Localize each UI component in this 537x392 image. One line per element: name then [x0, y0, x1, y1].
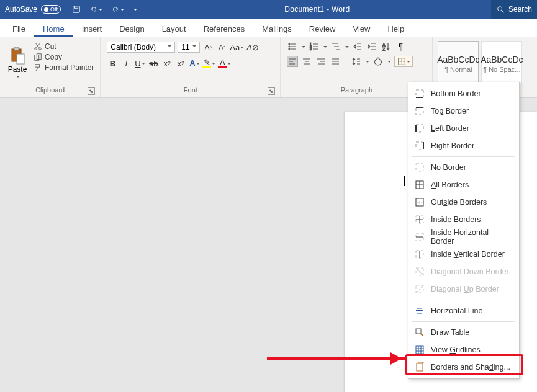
- justify-icon: [330, 56, 340, 66]
- borders-shading-icon: [415, 362, 425, 372]
- svg-point-13: [289, 48, 290, 50]
- bullets-button[interactable]: [287, 41, 298, 52]
- svg-rect-4: [14, 47, 19, 50]
- border-left-icon: [415, 123, 425, 133]
- paste-button[interactable]: Paste: [4, 40, 31, 86]
- tab-home[interactable]: Home: [34, 20, 73, 37]
- menu-inside-borders[interactable]: Inside Borders: [408, 211, 519, 228]
- strikethrough-button[interactable]: ab: [148, 57, 159, 69]
- menu-right-border[interactable]: Right Border: [408, 137, 519, 154]
- font-size-combo[interactable]: 11: [178, 42, 200, 53]
- borders-button[interactable]: [394, 56, 413, 67]
- undo-button[interactable]: [89, 5, 102, 14]
- menu-horizontal-line[interactable]: Horizontal Line: [408, 302, 519, 319]
- qat-customize-icon[interactable]: [133, 9, 137, 12]
- bold-button[interactable]: B: [107, 57, 118, 69]
- search-box[interactable]: Search: [491, 0, 537, 19]
- align-center-icon: [302, 56, 312, 66]
- tab-mailings[interactable]: Mailings: [253, 20, 300, 37]
- svg-rect-22: [416, 125, 423, 132]
- line-spacing-icon: [351, 56, 361, 66]
- svg-rect-0: [73, 6, 80, 13]
- group-font: Calibri (Body) 11 A^ Aˇ Aa A⊘ B I U ab x…: [101, 37, 281, 97]
- style-no-spacing[interactable]: AaBbCcDc ¶ No Spac...: [481, 41, 522, 85]
- font-family-combo[interactable]: Calibri (Body): [107, 42, 175, 53]
- menu-draw-table[interactable]: Draw Table: [408, 324, 519, 341]
- draw-table-icon: [415, 327, 425, 337]
- menu-no-border[interactable]: No Border: [408, 159, 519, 176]
- autosave-toggle[interactable]: AutoSave Off: [0, 5, 66, 14]
- clipboard-launcher-icon[interactable]: ⬊: [88, 87, 95, 95]
- align-left-button[interactable]: [287, 56, 298, 67]
- clear-formatting-button[interactable]: A⊘: [246, 41, 259, 53]
- line-spacing-button[interactable]: [351, 56, 362, 67]
- tab-insert[interactable]: Insert: [73, 20, 111, 37]
- menu-inside-horizontal-border[interactable]: Inside Horizontal Border: [408, 228, 519, 246]
- tab-design[interactable]: Design: [111, 20, 153, 37]
- font-launcher-icon[interactable]: ⬊: [268, 87, 275, 95]
- border-outside-icon: [415, 197, 425, 207]
- tab-references[interactable]: References: [195, 20, 253, 37]
- menu-inside-vertical-border[interactable]: Inside Vertical Border: [408, 246, 519, 263]
- cut-button[interactable]: Cut: [34, 42, 94, 51]
- font-color-button[interactable]: A: [218, 57, 231, 69]
- format-painter-icon: [34, 63, 42, 72]
- change-case-button[interactable]: Aa: [230, 41, 244, 53]
- shading-button[interactable]: [372, 56, 384, 67]
- border-bottom-icon: [415, 89, 425, 99]
- increase-indent-button[interactable]: [366, 41, 377, 52]
- shading-icon: [373, 56, 383, 66]
- decrease-indent-button[interactable]: [352, 41, 363, 52]
- tab-review[interactable]: Review: [300, 20, 345, 37]
- multilevel-list-button[interactable]: [330, 41, 341, 52]
- paste-icon: [9, 47, 25, 65]
- svg-rect-24: [416, 164, 423, 171]
- menu-borders-and-shading[interactable]: Borders and Shading...: [408, 359, 519, 376]
- autosave-label: AutoSave: [5, 5, 37, 14]
- border-diag-up-icon: [415, 284, 425, 294]
- svg-rect-32: [416, 329, 421, 334]
- redo-button[interactable]: [111, 5, 124, 14]
- format-painter-button[interactable]: Format Painter: [34, 63, 94, 72]
- tab-help[interactable]: Help: [379, 20, 413, 37]
- multilevel-icon: [331, 42, 341, 51]
- text-cursor: [404, 176, 405, 186]
- borders-icon: [397, 57, 406, 66]
- search-icon: [496, 5, 505, 14]
- menu-all-borders[interactable]: All Borders: [408, 176, 519, 194]
- menu-view-gridlines[interactable]: View Gridlines: [408, 341, 519, 359]
- border-none-icon: [415, 163, 425, 172]
- align-right-icon: [316, 56, 326, 66]
- align-left-icon: [287, 56, 297, 66]
- copy-button[interactable]: Copy: [34, 53, 94, 61]
- svg-text:Z: Z: [382, 47, 386, 51]
- callout-arrow: [267, 357, 407, 360]
- align-right-button[interactable]: [315, 56, 327, 67]
- numbering-button[interactable]: 123: [309, 41, 320, 52]
- underline-button[interactable]: U: [134, 57, 145, 69]
- svg-rect-34: [417, 363, 423, 371]
- justify-button[interactable]: [330, 56, 341, 67]
- tab-layout[interactable]: Layout: [153, 20, 195, 37]
- menu-outside-borders[interactable]: Outside Borders: [408, 194, 519, 211]
- subscript-button[interactable]: x2: [161, 57, 173, 69]
- italic-button[interactable]: I: [120, 57, 132, 69]
- save-icon[interactable]: [72, 5, 81, 14]
- align-center-button[interactable]: [301, 56, 312, 67]
- menu-left-border[interactable]: Left Border: [408, 120, 519, 137]
- bullets-icon: [287, 42, 297, 51]
- indent-icon: [367, 42, 377, 51]
- menu-top-border[interactable]: Top Border: [408, 102, 519, 120]
- menu-bottom-border[interactable]: Bottom Border: [408, 85, 519, 102]
- highlight-button[interactable]: ✎: [202, 57, 215, 69]
- tab-view[interactable]: View: [344, 20, 379, 37]
- text-effects-button[interactable]: A: [189, 57, 200, 69]
- increase-font-button[interactable]: A^: [202, 41, 214, 53]
- sort-button[interactable]: AZ: [381, 41, 392, 52]
- style-normal[interactable]: AaBbCcDc ¶ Normal: [438, 41, 479, 85]
- tab-file[interactable]: File: [4, 20, 34, 37]
- decrease-font-button[interactable]: Aˇ: [216, 41, 227, 53]
- show-marks-button[interactable]: ¶: [395, 41, 406, 52]
- superscript-button[interactable]: x2: [175, 57, 186, 69]
- numbering-icon: 123: [309, 42, 319, 51]
